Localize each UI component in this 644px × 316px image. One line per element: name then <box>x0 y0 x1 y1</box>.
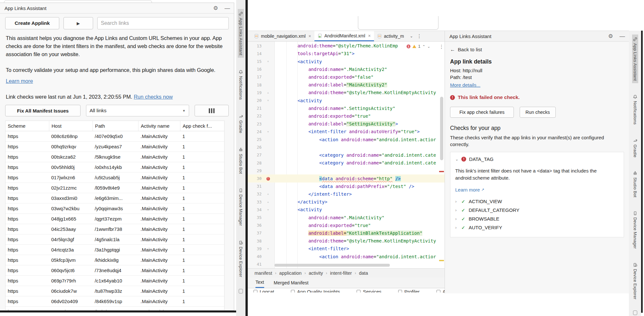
bottom-bar-item-logcat[interactable]: Logcat <box>254 289 274 292</box>
inspection-widget[interactable]: 1 1 ⌃ ⌄ <box>405 43 431 50</box>
tool-stripe-item-app-links-assistant[interactable]: App Links Assistant <box>632 35 638 83</box>
column-header[interactable]: App check f... <box>180 121 224 131</box>
code-line-22[interactable]: 22android:exported="true" <box>248 112 445 120</box>
fold-marker-icon[interactable]: ▿ <box>262 247 274 251</box>
code-line-34[interactable]: 34▿<activity <box>248 206 445 213</box>
vertical-scrollbar[interactable] <box>440 97 443 160</box>
warning-stripe-mark[interactable] <box>439 260 444 261</box>
tool-stripe-item-notifications[interactable]: Notifications <box>238 67 244 102</box>
code-line-18[interactable]: 18android:label="MainActivity2" <box>248 81 445 89</box>
breadcrumb-item-intent-filter[interactable]: intent-filter <box>330 271 352 276</box>
back-to-list-link[interactable]: ← Back to list <box>450 47 624 53</box>
columns-toggle-button[interactable] <box>195 105 229 116</box>
editor-tab-activity_m[interactable]: activity_m <box>374 31 407 41</box>
failed-check-row[interactable]: ⌄ ! DATA_TAG <box>455 156 619 162</box>
code-line-31[interactable]: 31<data android:pathPrefix="/test" /> <box>248 183 445 190</box>
column-header[interactable]: Activity name <box>138 121 180 131</box>
code-line-35[interactable]: 35android:name=".MainActivity" <box>248 213 445 221</box>
code-line-27[interactable]: 27<category android:name="android.intent… <box>248 151 445 159</box>
code-line-28[interactable]: 28<category android:name="android.intent… <box>248 159 445 167</box>
tool-stripe-item-gradle[interactable]: Gradle <box>632 136 638 160</box>
fold-marker-icon[interactable]: ▿ <box>262 208 274 212</box>
learn-more-link[interactable]: Learn more ↗ <box>455 187 484 193</box>
column-header[interactable]: Host <box>49 121 92 131</box>
column-header[interactable]: Path <box>92 121 138 131</box>
code-line-40[interactable]: 40<action android:name="android.intent.a… <box>248 252 445 260</box>
fold-marker-icon[interactable]: ▿ <box>262 99 274 102</box>
column-header[interactable]: Scheme <box>5 121 49 131</box>
search-links-input[interactable] <box>97 17 229 29</box>
breadcrumb-item-application[interactable]: application <box>279 271 302 276</box>
table-row[interactable]: https04r5lqn3gf/4g5nalc1la.MainActivity1 <box>5 234 224 245</box>
create-applink-button[interactable]: Create Applink <box>5 17 59 29</box>
table-row[interactable]: https02jv21zzmc/l059v8t4e9.MainActivity1 <box>5 183 224 193</box>
mode-tab-merged-manifest[interactable]: Merged Manifest <box>274 277 309 288</box>
editor-tab-mobile_navigation.xml[interactable]: mobile_navigation.xml× <box>251 31 314 41</box>
tool-stripe-item-device-manager[interactable]: Device Manager <box>238 186 244 228</box>
passed-check-action_view[interactable]: ›✓ACTION_VIEW <box>455 197 619 206</box>
prev-issue-icon[interactable]: ⌃ <box>422 44 425 49</box>
code-line-14[interactable]: 14tools:targetApi="31"> <box>248 50 445 57</box>
code-line-19[interactable]: 19▵android:theme="@style/Theme.KotlinEmp… <box>248 89 445 96</box>
mode-tab-text[interactable]: Text <box>255 277 264 288</box>
tool-stripe-item-device-manager[interactable]: Device Manager <box>632 209 638 251</box>
tool-stripe-item-studio-bot[interactable]: Studio Bot <box>632 169 638 200</box>
breadcrumb-item-data[interactable]: data <box>359 271 368 276</box>
editor-tab-androidmanifest.xml[interactable]: AndroidManifest.xml× <box>314 31 374 41</box>
code-editor[interactable]: 13android:theme="@style/Theme.KotlinEmp1… <box>248 42 445 268</box>
run-checks-now-link[interactable]: Run checks now <box>134 94 173 100</box>
code-line-38[interactable]: 38android:theme="@style/Theme.KotlinEmpt… <box>248 237 445 245</box>
breadcrumb-item-activity[interactable]: activity <box>309 271 323 276</box>
table-row[interactable]: https00tskcza62/5lknugk9se.MainActivity1 <box>5 152 224 162</box>
breadcrumb-item-manifest[interactable]: manifest <box>255 271 272 276</box>
tool-stripe-item-notifications[interactable]: Notifications <box>632 92 638 127</box>
close-icon[interactable]: × <box>309 34 311 39</box>
code-line-37[interactable]: 37android:label="KotlinBlankTestApplicat… <box>248 229 445 237</box>
passed-check-browsable[interactable]: ›✓BROWSABLE <box>455 214 619 223</box>
table-row[interactable]: https04ic253aay/1wwnfbr738.MainActivity1 <box>5 224 224 234</box>
code-line-20[interactable]: 20▿<activity <box>248 96 445 104</box>
bottom-bar-item-app-quality-insights[interactable]: App Quality Insights <box>291 289 340 292</box>
fold-marker-icon[interactable]: ▿ <box>262 130 274 133</box>
fold-marker-icon[interactable]: ▿ <box>262 60 274 63</box>
code-line-26[interactable]: 26 <box>248 143 445 151</box>
table-row[interactable]: https03wq7w2kbu/y0qqimaw3s.MainActivity1 <box>5 203 224 214</box>
table-row[interactable]: https008c6z68np/407e09q5x0.MainActivity1 <box>5 131 224 142</box>
chevron-down-icon[interactable]: ⌄ <box>407 31 416 41</box>
tab-options-icon[interactable]: ⋮ <box>416 31 423 41</box>
code-line-24[interactable]: 24▿<intent-filter android:autoVerify="tr… <box>248 128 445 135</box>
code-line-16[interactable]: 16android:name=".MainActivity2" <box>248 65 445 73</box>
fix-all-manifest-issues-button[interactable]: Fix All Manifest Issues <box>5 105 81 116</box>
minimize-icon[interactable]: — <box>225 5 230 11</box>
code-line-15[interactable]: 15▿<activity <box>248 57 445 65</box>
table-row[interactable]: https04rtcqtz3a/3a1hgptqgi.MainActivity1 <box>5 245 224 255</box>
run-button[interactable]: ▶ <box>63 17 93 29</box>
table-row[interactable]: https017jwlxzn6/u5t2usab5j.MainActivity1 <box>5 173 224 183</box>
minimize-icon[interactable]: — <box>620 34 625 39</box>
table-row[interactable]: https05kfcp3jvm/khidckix8g.MainActivity1 <box>5 255 224 265</box>
horizontal-scrollbar[interactable] <box>274 264 390 267</box>
passed-check-auto_verify[interactable]: ›✓AUTO_VERIFY <box>455 223 619 232</box>
table-row[interactable]: https060qv5jct6/73ne8udqj4.MainActivity1 <box>5 265 224 276</box>
code-line-25[interactable]: 25<action android:name="android.intent.a… <box>248 135 445 143</box>
table-row[interactable]: https048jg1x665/qgrt37ezpm.MainActivity1 <box>5 214 224 224</box>
code-line-21[interactable]: 21android:name=".SettingsActivity" <box>248 104 445 112</box>
fix-app-check-failures-button[interactable]: Fix app check failures <box>450 107 514 118</box>
bottom-bar-item-app-inspection[interactable]: App Inspection <box>437 289 445 292</box>
fold-marker-icon[interactable]: ▵ <box>262 91 274 94</box>
code-line-30[interactable]: 30!<data android:scheme="http" /> <box>248 174 445 182</box>
code-line-39[interactable]: 39▿<intent-filter> <box>248 245 445 252</box>
more-details-link[interactable]: More details... <box>450 82 480 88</box>
code-line-32[interactable]: 32▵</intent-filter> <box>248 190 445 198</box>
tool-stripe-item-device-explorer[interactable]: Device Explorer <box>238 238 244 280</box>
error-stripe-mark[interactable] <box>439 171 444 172</box>
table-row[interactable]: https03axxd3mi0/e6g63mim....MainActivity… <box>5 193 224 203</box>
table-row[interactable]: https079g9luv7w/h7bd07ox3y.MainActivity1 <box>5 307 224 311</box>
links-filter-dropdown[interactable]: All links ▼ <box>86 105 189 116</box>
gear-icon[interactable]: ⚙ <box>213 5 218 11</box>
learn-more-link[interactable]: Learn more <box>6 78 33 84</box>
error-bulb-icon[interactable]: ! <box>262 177 274 181</box>
gear-icon[interactable]: ⚙ <box>608 34 613 39</box>
fold-marker-icon[interactable]: ▵ <box>262 200 274 204</box>
code-line-36[interactable]: 36android:exported="true" <box>248 222 445 229</box>
